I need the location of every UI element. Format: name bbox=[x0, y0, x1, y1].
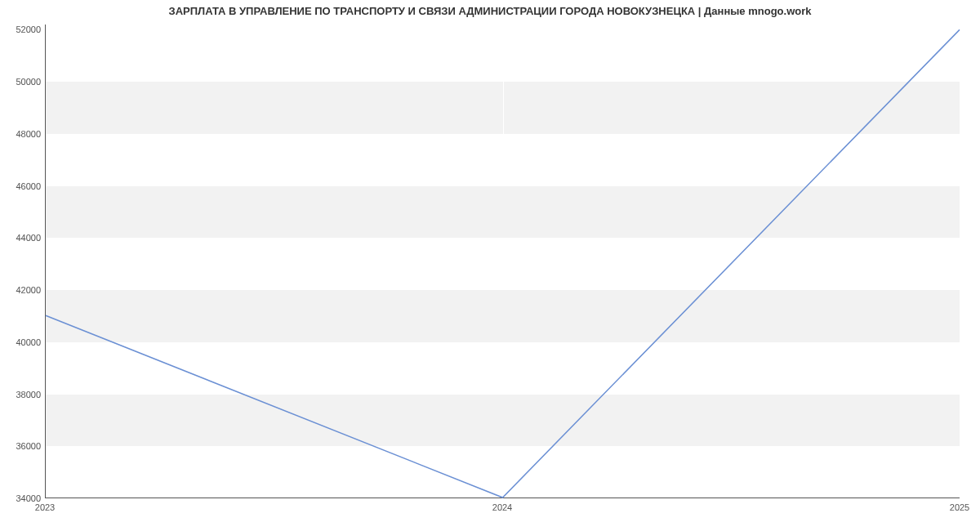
y-tick-label: 40000 bbox=[4, 337, 41, 347]
plot-area bbox=[45, 25, 960, 498]
y-tick-label: 42000 bbox=[4, 285, 41, 295]
y-tick-label: 38000 bbox=[4, 390, 41, 399]
x-tick-label: 2025 bbox=[950, 502, 969, 512]
x-tick-label: 2023 bbox=[35, 502, 55, 512]
y-tick-label: 52000 bbox=[4, 25, 41, 34]
line-series bbox=[46, 25, 960, 498]
chart-container: ЗАРПЛАТА В УПРАВЛЕНИЕ ПО ТРАНСПОРТУ И СВ… bbox=[0, 0, 980, 531]
y-tick-label: 44000 bbox=[4, 233, 41, 243]
y-tick-label: 46000 bbox=[4, 181, 41, 191]
y-tick-label: 50000 bbox=[4, 77, 41, 87]
chart-title: ЗАРПЛАТА В УПРАВЛЕНИЕ ПО ТРАНСПОРТУ И СВ… bbox=[0, 5, 980, 17]
y-tick-label: 36000 bbox=[4, 441, 41, 451]
x-tick-label: 2024 bbox=[492, 502, 512, 512]
y-tick-label: 48000 bbox=[4, 129, 41, 139]
